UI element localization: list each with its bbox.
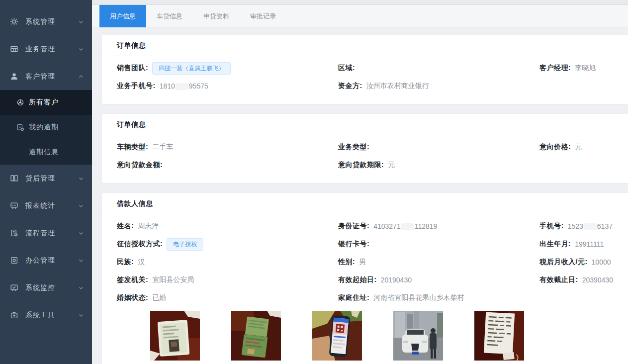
field-label: 性别: bbox=[338, 258, 355, 267]
user-icon bbox=[10, 72, 18, 81]
sidebar-item-label: 办公管理 bbox=[25, 256, 78, 265]
field-label: 区域: bbox=[338, 64, 355, 73]
sidebar-item-label: 我的逾期 bbox=[29, 123, 59, 132]
field-empty bbox=[539, 77, 613, 95]
field-value: 元 bbox=[575, 143, 582, 152]
photo-id-card: 身份证 bbox=[150, 311, 200, 364]
photo-credit-auth-screen: 征信授权 bbox=[312, 311, 362, 364]
field-label: 客户经理: bbox=[539, 64, 571, 73]
detail-tabbar: 用户信息 车贷信息 申贷资料 审批记录 bbox=[92, 5, 628, 27]
open-book-icon bbox=[10, 174, 18, 182]
card-title: 借款人信息 bbox=[102, 193, 628, 214]
sidebar-item-office-management[interactable]: 办公管理 bbox=[0, 247, 92, 274]
credit-auth-tag[interactable]: 电子授权 bbox=[167, 238, 203, 251]
field-label: 家庭住址: bbox=[338, 293, 369, 302]
id-card-photo-thumbnail[interactable] bbox=[150, 311, 200, 361]
field-issuing-authority: 签发机关: 宜阳县公安局 bbox=[117, 271, 338, 289]
sidebar-item-label: 系统监控 bbox=[25, 283, 78, 292]
card-title: 订单信息 bbox=[102, 114, 628, 135]
field-label: 业务手机号: bbox=[117, 82, 156, 91]
sidebar-item-system-monitor[interactable]: 系统监控 bbox=[0, 274, 92, 301]
field-label: 身份证号: bbox=[338, 222, 369, 231]
field-home-address: 家庭住址: 河南省宜阳县花果山乡木柴村 bbox=[338, 289, 539, 307]
field-value: 181095575 bbox=[160, 82, 208, 90]
field-value: 男 bbox=[359, 258, 366, 267]
sidebar-item-system-tools[interactable]: 系统工具 bbox=[0, 301, 92, 329]
sidebar-item-label: 所有客户 bbox=[29, 98, 59, 107]
field-label: 税后月收入/元: bbox=[539, 258, 588, 267]
sidebar-item-all-customers[interactable]: 所有客户 bbox=[0, 90, 92, 115]
person-car-photo-thumbnail[interactable] bbox=[393, 311, 443, 361]
field-marital-status: 婚姻状态: 已婚 bbox=[117, 289, 338, 307]
credit-auth-photo-thumbnail[interactable] bbox=[312, 311, 362, 361]
tab-approval-records[interactable]: 审批记录 bbox=[240, 5, 286, 27]
field-label: 民族: bbox=[117, 258, 134, 267]
field-monthly-income: 税后月收入/元: 10000 bbox=[539, 253, 613, 271]
sidebar-item-business-management[interactable]: 业务管理 bbox=[0, 35, 92, 63]
order-info-card-2: 订单信息 车辆类型: 二手车 业务类型: 意向价格: 元 bbox=[102, 114, 628, 183]
sidebar-item-customer-management[interactable]: 客户管理 bbox=[0, 63, 92, 90]
chevron-down-icon bbox=[78, 285, 84, 291]
field-label: 销售团队: bbox=[117, 64, 148, 73]
field-business-phone: 业务手机号: 181095575 bbox=[117, 77, 338, 95]
sidebar-item-label: 系统管理 bbox=[25, 17, 78, 26]
sidebar-item-process-management[interactable]: 流程管理 bbox=[0, 219, 92, 247]
phone-prefix: 1810 bbox=[160, 82, 175, 90]
field-business-type: 业务类型: bbox=[338, 138, 539, 156]
chevron-down-icon bbox=[78, 312, 84, 318]
field-value: 15236137 bbox=[568, 222, 613, 230]
field-label: 业务类型: bbox=[338, 143, 369, 152]
order-info-card-1: 订单信息 销售团队: 四团一营（直属王鹏飞） 区域: 客户经理: 李晓旭 bbox=[102, 35, 628, 104]
tab-loan-application-docs[interactable]: 申贷资料 bbox=[193, 5, 240, 27]
card-body: 销售团队: 四团一营（直属王鹏飞） 区域: 客户经理: 李晓旭 业务手机号: bbox=[102, 56, 628, 104]
monitor-check-icon bbox=[10, 283, 18, 292]
field-value: 10000 bbox=[592, 258, 611, 266]
card-title: 订单信息 bbox=[102, 35, 628, 56]
sidebar-item-label: 报表统计 bbox=[25, 201, 78, 210]
tab-car-loan-info[interactable]: 车贷信息 bbox=[146, 5, 193, 27]
field-bank-card: 银行卡号: bbox=[338, 235, 539, 253]
field-birth-date: 出生年月: 19911111 bbox=[539, 235, 613, 253]
overdue-book-icon bbox=[16, 123, 24, 131]
sidebar-item-report-statistics[interactable]: 报表统计 bbox=[0, 192, 92, 219]
field-sales-team: 销售团队: 四团一营（直属王鹏飞） bbox=[117, 59, 338, 77]
id-prefix: 4103271 bbox=[373, 222, 401, 230]
sales-team-tag[interactable]: 四团一营（直属王鹏飞） bbox=[152, 62, 231, 75]
license-booklet-photo-thumbnail[interactable] bbox=[231, 311, 281, 361]
field-value: 汉 bbox=[138, 258, 145, 267]
content-scroll-area[interactable]: 订单信息 销售团队: 四团一营（直属王鹏飞） 区域: 客户经理: 李晓旭 bbox=[92, 27, 628, 364]
chevron-down-icon bbox=[78, 46, 84, 52]
card-body: 车辆类型: 二手车 业务类型: 意向价格: 元 意向贷款金额: bbox=[102, 135, 628, 183]
sidebar-item-label: 流程管理 bbox=[25, 229, 78, 238]
field-value: 已婚 bbox=[152, 293, 166, 302]
gear-icon bbox=[10, 17, 18, 26]
office-box-icon bbox=[10, 256, 18, 265]
toolbox-icon bbox=[10, 311, 18, 319]
field-valid-from: 有效起始日: 20190430 bbox=[338, 271, 539, 289]
field-value: 宜阳县公安局 bbox=[152, 275, 194, 284]
field-value: 周志洋 bbox=[138, 222, 159, 231]
field-credit-auth-method: 征信授权方式: 电子授权 bbox=[117, 235, 338, 253]
field-vehicle-type: 车辆类型: 二手车 bbox=[117, 138, 338, 156]
sidebar-item-my-overdue[interactable]: 我的逾期 bbox=[0, 115, 92, 140]
field-label: 资金方: bbox=[338, 82, 362, 91]
top-header-strip bbox=[92, 0, 628, 5]
field-value: 李晓旭 bbox=[575, 64, 596, 73]
field-value: 汝州市农村商业银行 bbox=[366, 82, 429, 91]
sidebar-item-post-loan-management[interactable]: 贷后管理 bbox=[0, 165, 92, 192]
handwritten-doc-photo-thumbnail[interactable] bbox=[474, 311, 524, 361]
redacted-digits bbox=[176, 83, 188, 90]
sidebar-item-label: 客户管理 bbox=[25, 72, 78, 81]
field-label: 签发机关: bbox=[117, 275, 148, 284]
sidebar-item-label: 逾期信息 bbox=[29, 148, 59, 157]
field-mobile: 手机号: 15236137 bbox=[539, 217, 613, 235]
tab-user-info[interactable]: 用户信息 bbox=[99, 5, 146, 27]
sidebar-item-overdue-info[interactable]: 逾期信息 bbox=[0, 140, 92, 165]
field-name: 姓名: 周志洋 bbox=[117, 217, 338, 235]
field-label: 意向价格: bbox=[539, 143, 571, 152]
field-label: 有效起始日: bbox=[338, 275, 377, 284]
photo-other-document: 其他材料 bbox=[474, 311, 524, 364]
sidebar-item-system-management[interactable]: 系统管理 bbox=[0, 8, 92, 35]
chevron-down-icon bbox=[78, 203, 84, 209]
field-region: 区域: bbox=[338, 59, 539, 77]
